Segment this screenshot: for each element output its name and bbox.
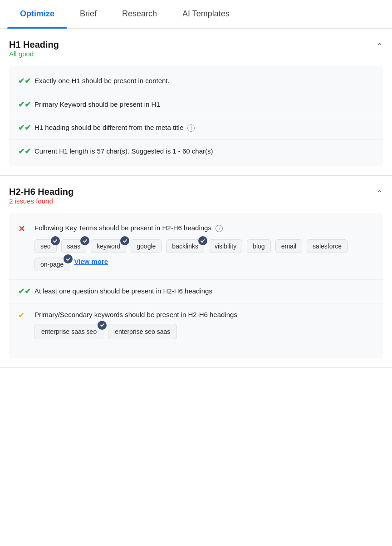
keyword-tag-salesforce: salesforce — [307, 239, 348, 253]
keyword-tag-visibility: visibility — [209, 239, 242, 253]
rule-item-question: ✔✔ At least one question should be prese… — [9, 280, 383, 303]
rule-item: ✔✔ Exactly one H1 should be present in c… — [9, 69, 383, 93]
keyword-tag-keyword: keyword — [91, 239, 126, 253]
keyword-tag-google: google — [131, 239, 162, 253]
h2h6-heading-section: H2-H6 Heading 2 issues found ⌃ ✕ Followi… — [0, 176, 392, 368]
rule-item-key-terms: ✕ Following Key Terms should be present … — [9, 217, 383, 280]
keyword-chips: enterprise saas seo enterprise seo saas — [34, 324, 177, 339]
h1-heading-section: H1 Heading All good ⌃ ✔✔ Exactly one H1 … — [0, 29, 392, 176]
check-icon: ✔✔ — [18, 287, 28, 296]
keyword-tag-blog: blog — [247, 239, 270, 253]
check-yellow-icon: ✔ — [18, 311, 28, 320]
tab-optimize[interactable]: Optimize — [7, 0, 67, 28]
keyword-tag-email: email — [275, 239, 302, 253]
tab-bar: Optimize Brief Research AI Templates — [0, 0, 392, 29]
tab-brief[interactable]: Brief — [67, 0, 109, 28]
tab-research[interactable]: Research — [109, 0, 170, 28]
keyword-tag-seo: seo — [34, 239, 57, 253]
tag-check-badge — [64, 254, 73, 263]
h1-section-header: H1 Heading All good ⌃ — [9, 40, 383, 58]
rule-item: ✔✔ H1 heading should be different from t… — [9, 116, 383, 140]
check-icon: ✔✔ — [18, 147, 28, 156]
info-icon[interactable]: i — [187, 124, 195, 132]
h2h6-section-header: H2-H6 Heading 2 issues found ⌃ — [9, 187, 383, 205]
tag-check-badge — [98, 321, 107, 330]
view-more-link[interactable]: View more — [74, 258, 108, 271]
rule-text: H1 heading should be different from the … — [34, 123, 195, 133]
check-icon: ✔✔ — [18, 100, 28, 109]
cross-icon: ✕ — [18, 224, 28, 234]
tag-check-badge — [198, 236, 207, 245]
tag-check-badge — [80, 236, 89, 245]
h1-collapse-chevron[interactable]: ⌃ — [376, 41, 383, 51]
h2h6-section-title-group: H2-H6 Heading 2 issues found — [9, 187, 74, 205]
chip-enterprise-saas-seo: enterprise saas seo — [34, 324, 103, 339]
tag-check-badge — [120, 236, 129, 245]
h2h6-section-title: H2-H6 Heading — [9, 187, 74, 197]
rule-text: Primary Keyword should be present in H1 — [34, 99, 160, 110]
h1-section-status: All good — [9, 50, 59, 58]
rule-text-key-terms: Following Key Terms should be present in… — [34, 223, 223, 233]
rule-item: ✔✔ Current H1 length is 57 char(s). Sugg… — [9, 140, 383, 163]
h2h6-collapse-chevron[interactable]: ⌃ — [376, 189, 383, 199]
keyword-tag-onpage: on-page — [34, 258, 69, 271]
rule-text-question: At least one question should be present … — [34, 286, 212, 297]
info-icon[interactable]: i — [216, 225, 223, 232]
rule-item: ✔✔ Primary Keyword should be present in … — [9, 93, 383, 117]
rule-text: Exactly one H1 should be present in cont… — [34, 76, 170, 86]
chip-enterprise-seo-saas: enterprise seo saas — [108, 324, 177, 339]
h2h6-rules-list: ✕ Following Key Terms should be present … — [9, 213, 383, 358]
rule-item-primary-secondary: ✔ Primary/Secondary keywords should be p… — [9, 303, 383, 355]
check-icon: ✔✔ — [18, 76, 28, 86]
check-icon: ✔✔ — [18, 123, 28, 133]
rule-text-primary-secondary: Primary/Secondary keywords should be pre… — [34, 310, 237, 320]
tag-check-badge — [51, 236, 60, 245]
h2h6-section-status: 2 issues found — [9, 197, 74, 205]
keyword-tag-saas: saas — [61, 239, 87, 253]
h1-section-title-group: H1 Heading All good — [9, 40, 59, 58]
h1-rules-list: ✔✔ Exactly one H1 should be present in c… — [9, 66, 383, 166]
tab-ai-templates[interactable]: AI Templates — [170, 0, 242, 28]
rule-text: Current H1 length is 57 char(s). Suggest… — [34, 146, 213, 157]
h1-section-title: H1 Heading — [9, 40, 59, 50]
keyword-tags-row1: seo saas keyword — [34, 239, 374, 271]
keyword-tag-backlinks: backlinks — [166, 239, 204, 253]
